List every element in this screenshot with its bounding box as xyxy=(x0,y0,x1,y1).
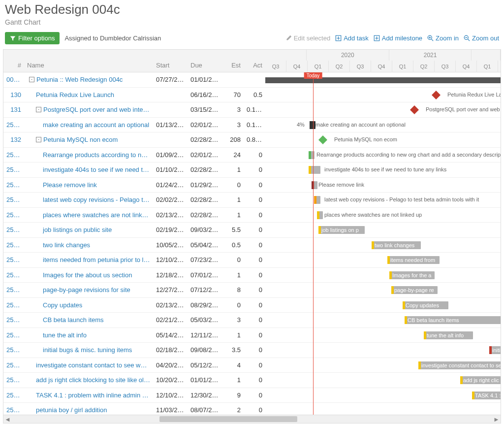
task-row[interactable]: 25169add js right click blocking to site… xyxy=(3,373,265,388)
task-name-link[interactable]: TASK 4.1 : problem with inline admin and… xyxy=(36,392,150,399)
task-row[interactable]: 25102investigate constant contact to see… xyxy=(3,358,265,373)
task-bar[interactable]: job listings on p xyxy=(318,226,365,234)
task-id[interactable]: 25108 xyxy=(3,392,24,399)
task-id[interactable]: 25157 xyxy=(3,211,24,219)
task-name-link[interactable]: two link changes xyxy=(43,241,90,249)
task-name-link[interactable]: Petunia MySQL non ecom xyxy=(43,136,118,143)
scroll-left-button[interactable]: ◄ xyxy=(3,415,12,423)
task-id[interactable]: 25137 xyxy=(3,271,24,279)
col-header-est[interactable]: Est xyxy=(222,50,244,72)
task-bar[interactable]: items needed from xyxy=(387,256,440,264)
add-task-button[interactable]: Add task xyxy=(335,34,369,42)
task-name-link[interactable]: Petunia :: Web Redesign 004c xyxy=(36,76,123,83)
col-header-name[interactable]: Name xyxy=(24,50,153,72)
col-header-act[interactable]: Act xyxy=(244,50,265,72)
task-row[interactable]: 25149Copy updates02/13/202108/29/202100 xyxy=(3,298,265,313)
task-row[interactable]: 00474-Petunia :: Web Redesign 004c07/27/… xyxy=(3,72,265,88)
task-row[interactable]: 130Petunia Redux Live Launch06/16/202170… xyxy=(3,88,265,103)
task-row[interactable]: 25125Rearrange products according to new… xyxy=(3,148,265,163)
scroll-right-button[interactable]: ► xyxy=(492,415,501,423)
scroll-thumb[interactable] xyxy=(159,416,297,422)
task-row[interactable]: 25108TASK 4.1 : problem with inline admi… xyxy=(3,388,265,403)
task-row[interactable]: 25158tune the alt info05/14/202112/11/20… xyxy=(3,328,265,343)
task-name-link[interactable]: places where swatches are not linked up xyxy=(43,211,150,219)
task-name-link[interactable]: Copy updates xyxy=(43,301,82,309)
task-name-link[interactable]: tune the alt info xyxy=(43,331,87,339)
task-id[interactable]: 25141 xyxy=(3,346,24,354)
task-name-link[interactable]: investigate 404s to see if we need to tu… xyxy=(43,166,150,173)
task-bar[interactable]: TASK 4.1 : xyxy=(472,392,501,399)
task-name-link[interactable]: Please remove link xyxy=(43,181,97,189)
task-id[interactable]: 130 xyxy=(3,91,24,98)
milestone-diamond[interactable] xyxy=(410,105,419,114)
task-id[interactable]: 25142 xyxy=(3,226,24,233)
task-id[interactable]: 25147 xyxy=(3,316,24,324)
zoom-in-button[interactable]: Zoom in xyxy=(427,34,459,42)
task-row[interactable]: 132-Petunia MySQL non ecom02/28/20202080… xyxy=(3,132,265,148)
task-id[interactable]: 132 xyxy=(3,136,24,143)
task-id[interactable]: 25158 xyxy=(3,331,24,339)
task-id[interactable]: 00474 xyxy=(3,76,24,83)
task-row[interactable]: 25155investigate 404s to see if we need … xyxy=(3,163,265,178)
task-id[interactable]: 25144 xyxy=(3,256,24,263)
task-row[interactable]: 25123petunia boy / girl addition11/03/20… xyxy=(3,403,265,415)
task-id[interactable]: 25162 xyxy=(3,241,24,249)
task-row[interactable]: 25157places where swatches are not linke… xyxy=(3,208,265,223)
task-name-link[interactable]: Images for the about us section xyxy=(43,271,132,279)
task-row[interactable]: 25127make creating an account an optiona… xyxy=(3,118,265,133)
task-id[interactable]: 25125 xyxy=(3,151,24,159)
task-row[interactable]: 25142job listings on public site02/19/20… xyxy=(3,223,265,238)
task-id[interactable]: 25153 xyxy=(3,196,24,203)
task-name-link[interactable]: latest web copy revisions - Pelago to te… xyxy=(43,196,150,203)
task-id[interactable]: 131 xyxy=(3,106,24,113)
task-id[interactable]: 25149 xyxy=(3,301,24,309)
summary-bar[interactable] xyxy=(265,77,501,83)
zoom-out-button[interactable]: Zoom out xyxy=(464,34,499,42)
col-header-num[interactable]: # xyxy=(3,50,24,72)
add-milestone-button[interactable]: Add milestone xyxy=(374,34,422,42)
collapse-toggle[interactable]: - xyxy=(36,107,41,112)
task-row[interactable]: 25153latest web copy revisions - Pelago … xyxy=(3,193,265,208)
col-header-start[interactable]: Start xyxy=(153,50,188,72)
task-bar[interactable]: Copy updates xyxy=(403,301,448,309)
task-row[interactable]: 25144items needed from petunia prior to … xyxy=(3,253,265,268)
task-name-link[interactable]: page-by-page revisions for site xyxy=(43,286,130,294)
task-id[interactable]: 25127 xyxy=(3,121,24,129)
task-bar[interactable]: Images for the a xyxy=(389,271,435,279)
task-name-link[interactable]: Petunia Redux Live Launch xyxy=(36,91,114,98)
task-name-link[interactable]: add js right click blocking to site like… xyxy=(36,376,150,384)
collapse-toggle[interactable]: - xyxy=(29,77,34,82)
collapse-toggle[interactable]: - xyxy=(36,137,41,142)
filter-options-button[interactable]: Filter options xyxy=(5,32,60,44)
task-name-link[interactable]: items needed from petunia prior to launc… xyxy=(43,256,150,263)
task-name-link[interactable]: petunia boy / girl addition xyxy=(36,406,107,414)
task-name-link[interactable]: initial bugs & misc. tuning items xyxy=(43,346,132,354)
milestone-diamond[interactable] xyxy=(318,135,327,144)
task-id[interactable]: 25123 xyxy=(3,406,24,414)
task-bar[interactable]: page-by-page re xyxy=(391,286,438,294)
task-name-link[interactable]: CB beta launch items xyxy=(43,316,104,324)
edit-selected-button[interactable]: Edit selected xyxy=(285,34,330,42)
task-bar[interactable]: CB beta launch items xyxy=(405,316,501,324)
task-id[interactable]: 25138 xyxy=(3,181,24,189)
task-row[interactable]: 25135page-by-page revisions for site12/2… xyxy=(3,283,265,298)
task-name-link[interactable]: investigate constant contact to see what… xyxy=(36,361,150,369)
task-row[interactable]: 25162two link changes10/05/202005/04/202… xyxy=(3,238,265,253)
task-bar[interactable]: tune the alt info xyxy=(424,331,473,339)
task-id[interactable]: 25135 xyxy=(3,286,24,294)
task-name-link[interactable]: PostgreSQL port over and web integration xyxy=(43,106,150,113)
task-bar[interactable]: two link changes xyxy=(372,241,421,249)
task-id[interactable]: 25155 xyxy=(3,166,24,173)
milestone-diamond[interactable] xyxy=(432,91,441,99)
col-header-due[interactable]: Due xyxy=(188,50,222,72)
task-row[interactable]: 25147CB beta launch items02/21/202105/03… xyxy=(3,313,265,328)
task-row[interactable]: 25137Images for the about us section12/1… xyxy=(3,268,265,283)
task-bar[interactable]: investigate constant contact to see xyxy=(418,361,501,369)
task-id[interactable]: 25102 xyxy=(3,361,24,369)
task-name-link[interactable]: job listings on public site xyxy=(43,226,112,233)
task-bar[interactable]: add js right clic xyxy=(460,376,501,384)
task-name-link[interactable]: make creating an account an optional xyxy=(43,121,149,129)
task-row[interactable]: 25138Please remove link01/24/202001/29/2… xyxy=(3,178,265,193)
task-row[interactable]: 131-PostgreSQL port over and web integra… xyxy=(3,102,265,118)
task-name-link[interactable]: Rearrange products according to new org … xyxy=(43,151,150,159)
